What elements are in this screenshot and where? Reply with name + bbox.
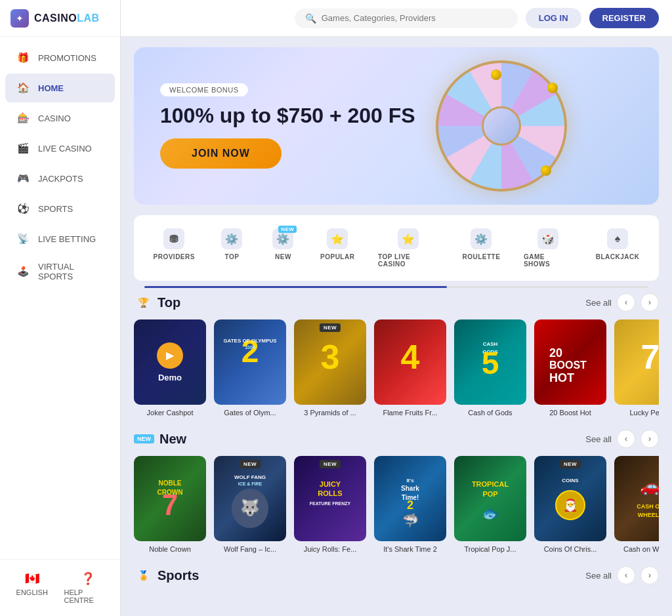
cat-label: POPULAR: [320, 253, 354, 260]
game-card-wolf-fang[interactable]: NEW WOLF FANG ICE & FIRE 🐺 Wolf Fang – I…: [214, 456, 286, 553]
sidebar-item-live-betting[interactable]: 📡 LIVE BETTING: [5, 224, 115, 253]
svg-text:🚗: 🚗: [640, 476, 659, 497]
sidebar-item-jackpots[interactable]: 🎮 JACKPOTS: [5, 164, 115, 193]
game-thumb-inner: 2 GATES OF OLYMPUS 1000: [214, 319, 286, 405]
header: 🔍 LOG IN REGISTER: [121, 0, 672, 37]
svg-text:7: 7: [162, 489, 178, 521]
sidebar-item-promotions[interactable]: 🎁 PROMOTIONS: [5, 43, 115, 72]
new-controls: See all ‹ ›: [585, 430, 659, 448]
game-thumb-inner: JUICY ROLLS FEATURE FRENZY: [294, 456, 366, 541]
search-bar[interactable]: 🔍: [295, 9, 518, 28]
game-thumb-wolf: NEW WOLF FANG ICE & FIRE 🐺: [214, 456, 286, 541]
demo-overlay: ▶ Demo: [134, 319, 206, 405]
tab-blackjack[interactable]: ♠️ BLACKJACK: [587, 223, 648, 273]
top-see-all[interactable]: See all: [585, 298, 612, 308]
svg-text:4: 4: [401, 338, 420, 376]
login-button[interactable]: LOG IN: [526, 8, 581, 28]
game-card-flame-fruits[interactable]: 4 Flame Fruits Fr...: [374, 319, 446, 417]
sidebar-item-sports[interactable]: ⚽ SPORTS: [5, 194, 115, 223]
svg-text:COINS: COINS: [562, 478, 579, 483]
svg-text:3: 3: [321, 338, 340, 376]
new-see-all[interactable]: See all: [585, 434, 612, 444]
sidebar-item-label: JACKPOTS: [38, 174, 83, 184]
tab-game-shows[interactable]: 🎲 GAME SHOWS: [514, 223, 581, 273]
game-thumb-shark: It's Shark Time! 2 🦈: [374, 456, 446, 541]
logo-text: CASINOLAB: [34, 12, 100, 24]
sports-see-all[interactable]: See all: [585, 571, 612, 581]
game-card-joker-cashpot[interactable]: ▶ Demo Joker Cashpot: [134, 319, 206, 417]
game-thumb-inner: CASH GODS 5: [454, 319, 526, 405]
scroll-thumb: [144, 286, 447, 288]
search-icon: 🔍: [305, 13, 316, 24]
sidebar-item-home[interactable]: 🏠 HOME: [5, 73, 115, 102]
sports-next-arrow[interactable]: ›: [640, 566, 659, 585]
welcome-badge: WELCOME BONUS: [160, 83, 248, 96]
game-card-noble-crown[interactable]: NOBLE CROWN 7 Noble Crown: [134, 456, 206, 553]
popular-cat-icon: ⭐: [327, 228, 348, 249]
sidebar-item-live-casino[interactable]: 🎬 LIVE CASINO: [5, 134, 115, 163]
game-shows-cat-icon: 🎲: [537, 228, 558, 249]
top-title: Top: [158, 295, 180, 310]
tab-top-live[interactable]: ⭐ TOP LIVE CASINO: [369, 223, 448, 273]
tab-roulette[interactable]: ⚙️ ROULETTE: [453, 223, 509, 273]
hero-title: 100% up to $750 + 200 FS: [160, 103, 415, 128]
game-card-20boost[interactable]: 20 BOOST HOT 20 Boost Hot: [534, 319, 606, 417]
game-card-shark-time[interactable]: It's Shark Time! 2 🦈 It's Shark Time 2: [374, 456, 446, 553]
game-card-lucky-penny[interactable]: 7 Lucky Penny: [614, 319, 659, 417]
join-button[interactable]: JOIN NOW: [160, 138, 282, 169]
game-thumb-inner: 🚗 CASH ON WHEELS: [614, 456, 659, 541]
game-title: Juicy Rolls: Fe...: [294, 545, 366, 553]
providers-cat-icon: ⛃: [163, 228, 184, 249]
game-title: Joker Cashpot: [134, 409, 206, 417]
top-next-arrow[interactable]: ›: [640, 293, 659, 312]
new-section: NEW New See all ‹ › NOBLE CROW: [134, 430, 659, 553]
sidebar-item-label: PROMOTIONS: [38, 53, 96, 63]
hero-visual: [436, 60, 633, 192]
game-card-3pyramids[interactable]: NEW 3 3 Pyramids of ...: [294, 319, 366, 417]
svg-text:ROLLS: ROLLS: [318, 489, 342, 497]
register-button[interactable]: REGISTER: [589, 8, 659, 28]
sports-trophy-icon: 🏅: [134, 566, 152, 585]
svg-text:Shark: Shark: [401, 485, 419, 492]
game-card-juicy-rolls[interactable]: NEW JUICY ROLLS FEATURE FRENZY Juicy Rol…: [294, 456, 366, 553]
sidebar: ✦ CASINOLAB 🎁 PROMOTIONS 🏠 HOME 🎰 CASINO…: [0, 0, 121, 616]
new-badge: NEW: [278, 226, 297, 233]
game-title: Noble Crown: [134, 545, 206, 553]
language-button[interactable]: 🇨🇦 ENGLISH: [5, 566, 59, 609]
game-title: 20 Boost Hot: [534, 409, 606, 417]
category-tabs: ⛃ PROVIDERS ⚙️ TOP ⚙️ NEW NEW ⭐ POPULAR …: [134, 215, 659, 281]
new-games-grid: NOBLE CROWN 7 Noble Crown NEW: [134, 456, 659, 553]
svg-text:JUICY: JUICY: [320, 480, 341, 488]
game-card-tropical-pop[interactable]: TROPICAL POP 🐟 Tropical Pop J...: [454, 456, 526, 553]
game-card-gates-olympus[interactable]: 2 GATES OF OLYMPUS 1000 Gates of Olym...: [214, 319, 286, 417]
sidebar-item-virtual-sports[interactable]: 🕹️ VIRTUAL SPORTS: [5, 255, 115, 289]
svg-text:🐟: 🐟: [482, 504, 500, 522]
search-input[interactable]: [322, 13, 507, 23]
game-thumb-joker: ▶ Demo: [134, 319, 206, 405]
sports-prev-arrow[interactable]: ‹: [617, 566, 635, 585]
cat-label: GAME SHOWS: [524, 253, 572, 268]
new-prev-arrow[interactable]: ‹: [617, 430, 635, 448]
top-prev-arrow[interactable]: ‹: [617, 293, 635, 312]
tab-popular[interactable]: ⭐ POPULAR: [311, 223, 364, 273]
game-thumb-inner: NOBLE CROWN 7: [134, 456, 206, 541]
svg-text:2: 2: [407, 499, 413, 512]
game-card-coins-christmas[interactable]: NEW COINS 🎅 Coins Of Chris...: [534, 456, 606, 553]
tab-providers[interactable]: ⛃ PROVIDERS: [144, 223, 203, 273]
game-thumb-coins: NEW COINS 🎅: [534, 456, 606, 541]
top-section-title: 🏆 Top: [134, 293, 180, 312]
sidebar-item-casino[interactable]: 🎰 CASINO: [5, 104, 115, 133]
help-button[interactable]: ❓ HELP CENTRE: [62, 566, 116, 609]
help-icon: ❓: [81, 571, 95, 586]
new-next-arrow[interactable]: ›: [640, 430, 659, 448]
game-card-cash-wheel[interactable]: 🚗 CASH ON WHEELS Cash on Whee...: [614, 456, 659, 553]
game-card-cash-gods[interactable]: CASH GODS 5 Cash of Gods: [454, 319, 526, 417]
tab-new[interactable]: ⚙️ NEW NEW: [260, 223, 306, 273]
sidebar-footer: 🇨🇦 ENGLISH ❓ HELP CENTRE: [0, 559, 120, 616]
tab-top[interactable]: ⚙️ TOP: [209, 223, 255, 273]
help-label: HELP CENTRE: [64, 588, 113, 604]
gold-ball-3: [541, 165, 551, 176]
cat-label: BLACKJACK: [596, 253, 640, 260]
sidebar-nav: 🎁 PROMOTIONS 🏠 HOME 🎰 CASINO 🎬 LIVE CASI…: [0, 37, 120, 559]
home-icon: 🏠: [16, 81, 30, 95]
